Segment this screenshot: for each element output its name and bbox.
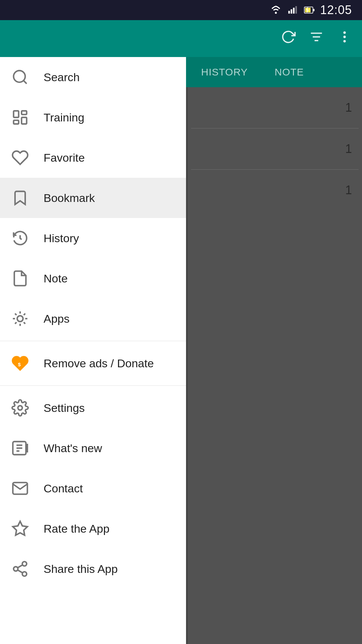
donate-label: Remove ads / Donate bbox=[44, 357, 154, 370]
svg-point-33 bbox=[18, 406, 22, 410]
rate-label: Rate the App bbox=[44, 522, 110, 535]
divider-1 bbox=[0, 341, 186, 341]
whatsnew-icon bbox=[10, 438, 30, 458]
sidebar-item-share[interactable]: Share this App bbox=[0, 549, 186, 589]
svg-rect-1 bbox=[288, 11, 290, 13]
svg-line-41 bbox=[18, 570, 23, 573]
svg-line-18 bbox=[23, 80, 26, 84]
tab-history[interactable]: HISTORY bbox=[188, 57, 261, 87]
svg-rect-22 bbox=[14, 120, 19, 124]
filter-icon[interactable] bbox=[309, 30, 324, 48]
svg-line-42 bbox=[18, 565, 23, 568]
sidebar-item-rate[interactable]: Rate the App bbox=[0, 508, 186, 549]
svg-rect-20 bbox=[21, 111, 26, 115]
note-label: Note bbox=[44, 272, 68, 285]
svg-rect-21 bbox=[21, 117, 26, 124]
svg-line-30 bbox=[24, 314, 25, 315]
navigation-drawer: Search Training Favorite Bookmark bbox=[0, 20, 186, 644]
svg-point-38 bbox=[22, 561, 27, 566]
sidebar-item-training[interactable]: Training bbox=[0, 97, 186, 138]
svg-rect-3 bbox=[293, 8, 295, 14]
svg-point-16 bbox=[343, 40, 346, 42]
bookmark-label: Bookmark bbox=[44, 192, 95, 205]
refresh-icon[interactable] bbox=[281, 30, 296, 48]
settings-label: Settings bbox=[44, 401, 85, 415]
contact-label: Contact bbox=[44, 482, 83, 495]
search-icon bbox=[10, 67, 30, 87]
svg-point-17 bbox=[14, 71, 25, 83]
sidebar-item-history[interactable]: History bbox=[0, 218, 186, 258]
more-icon[interactable] bbox=[337, 30, 352, 48]
wifi-icon bbox=[270, 5, 282, 15]
sidebar-item-whatsnew[interactable]: What's new bbox=[0, 428, 186, 468]
svg-line-31 bbox=[15, 322, 17, 324]
share-label: Share this App bbox=[44, 562, 118, 576]
svg-text:$: $ bbox=[18, 362, 21, 367]
note-icon bbox=[10, 268, 30, 288]
signal-icon bbox=[287, 5, 299, 15]
bookmark-icon bbox=[10, 188, 30, 208]
favorite-icon bbox=[10, 148, 30, 168]
drawer-header bbox=[0, 20, 186, 57]
apps-label: Apps bbox=[44, 312, 70, 325]
svg-line-28 bbox=[15, 314, 17, 315]
status-icons: 12:05 bbox=[270, 3, 352, 17]
donate-icon: $ bbox=[10, 353, 30, 373]
search-label: Search bbox=[44, 71, 80, 84]
svg-point-23 bbox=[17, 316, 23, 321]
share-icon bbox=[10, 559, 30, 579]
svg-point-15 bbox=[343, 36, 346, 38]
sidebar-item-note[interactable]: Note bbox=[0, 258, 186, 299]
sidebar-item-favorite[interactable]: Favorite bbox=[0, 138, 186, 178]
contact-icon bbox=[10, 478, 30, 498]
training-label: Training bbox=[44, 111, 84, 124]
svg-rect-4 bbox=[295, 6, 297, 13]
training-icon bbox=[10, 107, 30, 127]
sidebar-item-contact[interactable]: Contact bbox=[0, 468, 186, 508]
favorite-label: Favorite bbox=[44, 151, 85, 164]
whatsnew-label: What's new bbox=[44, 442, 102, 455]
history-label: History bbox=[44, 232, 79, 245]
svg-point-40 bbox=[22, 572, 27, 576]
sidebar-item-apps[interactable]: Apps bbox=[0, 299, 186, 339]
svg-point-0 bbox=[275, 12, 277, 14]
status-time: 12:05 bbox=[320, 3, 352, 17]
svg-point-39 bbox=[14, 567, 18, 571]
svg-rect-19 bbox=[14, 111, 19, 118]
settings-icon bbox=[10, 398, 30, 418]
tab-note[interactable]: NOTE bbox=[261, 57, 317, 87]
apps-icon bbox=[10, 309, 30, 329]
sidebar-item-settings[interactable]: Settings bbox=[0, 388, 186, 428]
sidebar-item-donate[interactable]: $ Remove ads / Donate bbox=[0, 343, 186, 383]
svg-line-29 bbox=[24, 322, 25, 324]
battery-icon bbox=[303, 5, 315, 15]
svg-rect-2 bbox=[291, 9, 292, 14]
svg-rect-6 bbox=[313, 9, 314, 11]
divider-2 bbox=[0, 385, 186, 386]
sidebar-item-bookmark[interactable]: Bookmark bbox=[0, 178, 186, 218]
sidebar-item-search[interactable]: Search bbox=[0, 57, 186, 97]
status-bar: 12:05 bbox=[0, 0, 362, 20]
rate-icon bbox=[10, 519, 30, 539]
svg-marker-37 bbox=[13, 521, 27, 535]
history-icon bbox=[10, 228, 30, 248]
svg-point-14 bbox=[343, 32, 346, 34]
